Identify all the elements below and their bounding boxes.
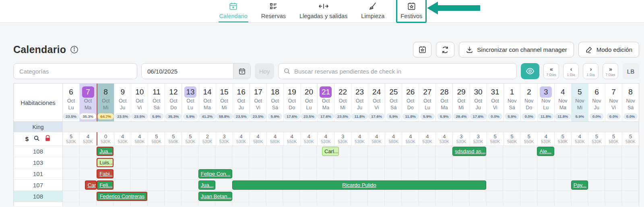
- day-cell[interactable]: [130, 180, 147, 191]
- reservation-bar[interactable]: Ale...: [537, 147, 554, 156]
- day-cell[interactable]: [571, 146, 588, 157]
- day-cell[interactable]: [368, 168, 385, 179]
- day-cell[interactable]: [503, 191, 520, 202]
- availability-price-cell[interactable]: 5580K: [148, 132, 165, 146]
- day-column-header[interactable]: 28OctMa5.9%: [436, 84, 453, 121]
- availability-price-cell[interactable]: 4550K: [284, 132, 301, 146]
- day-cell[interactable]: [419, 168, 436, 179]
- day-column-header[interactable]: 9OctJu23.5%: [114, 84, 131, 121]
- day-cell[interactable]: [165, 146, 182, 157]
- day-cell[interactable]: [266, 146, 283, 157]
- day-cell[interactable]: [537, 191, 554, 202]
- reservation-bar[interactable]: Carl...: [85, 180, 97, 190]
- day-cell[interactable]: [283, 168, 300, 179]
- holidays-button[interactable]: [413, 42, 431, 57]
- day-cell[interactable]: [215, 180, 232, 191]
- day-column-header[interactable]: 1NovSá5.9%: [504, 84, 521, 121]
- day-column-header[interactable]: 8OctMi64.7%: [97, 84, 114, 121]
- day-cell[interactable]: [436, 146, 452, 157]
- reservation-bar[interactable]: Feli...: [97, 180, 114, 190]
- availability-price-cell[interactable]: 2530K: [199, 132, 216, 146]
- availability-price-cell[interactable]: 5530K: [63, 132, 80, 146]
- back-1-day-button[interactable]: ‹ 1 Dia: [563, 63, 579, 79]
- availability-price-cell[interactable]: 4530K: [538, 132, 555, 146]
- day-cell[interactable]: [334, 191, 351, 202]
- day-cell[interactable]: [419, 191, 436, 202]
- day-cell[interactable]: [537, 180, 554, 191]
- day-cell[interactable]: [469, 157, 486, 168]
- day-column-header[interactable]: 26OctDo11.8%: [402, 84, 419, 121]
- day-cell[interactable]: [452, 191, 469, 202]
- day-cell[interactable]: [520, 191, 537, 202]
- day-cell[interactable]: [351, 146, 368, 157]
- day-cell[interactable]: [147, 157, 164, 168]
- day-cell[interactable]: [232, 202, 249, 206]
- day-cell[interactable]: [249, 202, 266, 206]
- availability-price-cell[interactable]: 4580K: [385, 132, 402, 146]
- day-cell[interactable]: [80, 146, 97, 157]
- day-cell[interactable]: [486, 157, 503, 168]
- day-cell[interactable]: [131, 202, 148, 206]
- day-column-header[interactable]: 3NovLu11.8%: [538, 84, 555, 121]
- day-cell[interactable]: [300, 202, 317, 206]
- day-cell[interactable]: [232, 157, 249, 168]
- day-cell[interactable]: [249, 146, 266, 157]
- day-cell[interactable]: [232, 191, 249, 202]
- day-column-header[interactable]: 12OctDo35.3%: [165, 84, 182, 121]
- day-cell[interactable]: [605, 180, 622, 191]
- day-cell[interactable]: [114, 202, 130, 206]
- day-column-header[interactable]: 31OctVi0.0%: [487, 84, 504, 121]
- dollar-icon[interactable]: $: [25, 135, 29, 142]
- day-cell[interactable]: [436, 168, 452, 179]
- day-column-header[interactable]: 2NovDo0.0%: [521, 84, 538, 121]
- day-cell[interactable]: [588, 168, 605, 179]
- availability-price-cell[interactable]: 3530K: [453, 132, 470, 146]
- availability-price-cell[interactable]: 5580K: [605, 132, 622, 146]
- lock-icon[interactable]: [45, 135, 51, 143]
- day-cell[interactable]: [266, 168, 283, 179]
- tab-limpieza[interactable]: Limpieza: [360, 0, 385, 23]
- day-column-header[interactable]: 7NovVi0.0%: [605, 84, 622, 121]
- day-cell[interactable]: [147, 168, 164, 179]
- day-column-header[interactable]: 25OctSá5.9%: [385, 84, 402, 121]
- reservation-bar[interactable]: Jua...: [97, 147, 114, 156]
- day-cell[interactable]: [588, 180, 605, 191]
- day-cell[interactable]: [588, 146, 605, 157]
- day-cell[interactable]: [165, 168, 182, 179]
- day-cell[interactable]: [402, 202, 419, 206]
- day-cell[interactable]: [283, 191, 300, 202]
- day-cell[interactable]: [165, 202, 182, 206]
- day-column-header[interactable]: 27OctLu5.9%: [419, 84, 436, 121]
- availability-price-cell[interactable]: 5580K: [487, 132, 504, 146]
- day-cell[interactable]: [165, 157, 182, 168]
- availability-price-cell[interactable]: 5530K: [555, 132, 572, 146]
- availability-price-cell[interactable]: 4530K: [318, 132, 334, 146]
- day-column-header[interactable]: 30OctJu17.6%: [470, 84, 487, 121]
- day-cell[interactable]: [503, 146, 520, 157]
- day-cell[interactable]: [334, 168, 351, 179]
- day-cell[interactable]: [622, 180, 639, 191]
- availability-price-cell[interactable]: 5580K: [622, 132, 639, 146]
- day-cell[interactable]: [520, 180, 537, 191]
- day-cell[interactable]: [487, 202, 504, 206]
- availability-price-cell[interactable]: 5580K: [504, 132, 521, 146]
- day-column-header[interactable]: 4NovMa11.8%: [555, 84, 572, 121]
- availability-price-cell[interactable]: 4580K: [250, 132, 267, 146]
- availability-price-cell[interactable]: 4580K: [267, 132, 284, 146]
- day-cell[interactable]: [571, 157, 588, 168]
- day-cell[interactable]: [63, 191, 80, 202]
- availability-price-cell[interactable]: 3530K: [334, 132, 351, 146]
- day-column-header[interactable]: 6OctLu23.5%: [63, 84, 80, 121]
- day-cell[interactable]: [368, 157, 385, 168]
- day-cell[interactable]: [266, 202, 283, 206]
- day-cell[interactable]: [537, 157, 554, 168]
- availability-price-cell[interactable]: 4530K: [301, 132, 318, 146]
- day-cell[interactable]: [452, 157, 469, 168]
- day-cell[interactable]: [114, 146, 130, 157]
- day-cell[interactable]: [80, 168, 97, 179]
- day-cell[interactable]: [80, 191, 97, 202]
- availability-price-cell[interactable]: 4530K: [80, 132, 97, 146]
- day-cell[interactable]: [63, 180, 80, 191]
- day-cell[interactable]: [554, 180, 571, 191]
- day-column-header[interactable]: 7OctMa35.3%: [80, 84, 97, 121]
